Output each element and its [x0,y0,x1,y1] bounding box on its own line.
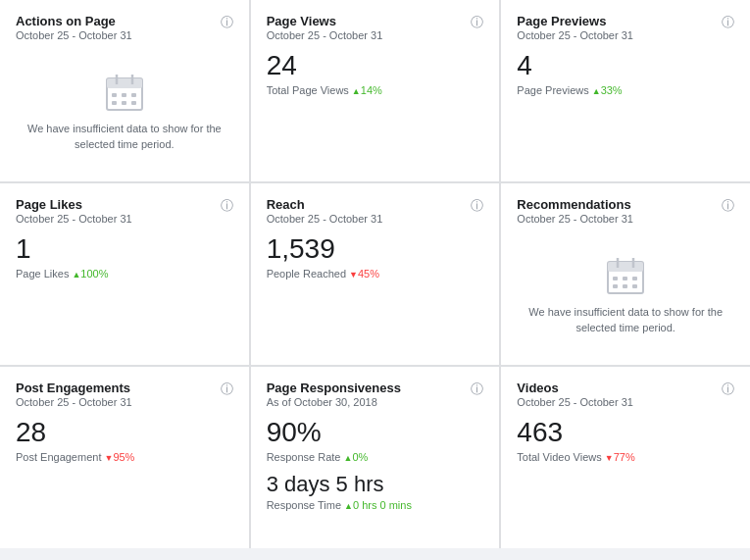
metrics-grid: Actions on Page October 25 - October 31 … [0,0,750,548]
calendar-icon [103,71,146,114]
svg-rect-22 [623,284,627,288]
card-page-previews: Page Previews October 25 - October 31 ⓘ … [501,0,750,181]
chart-area [267,301,484,355]
sub-label: Total Page Views [267,84,349,96]
card-title-group: Page Likes October 25 - October 31 [16,197,132,225]
trend-arrow [592,84,601,96]
svg-rect-4 [112,93,117,97]
card-value: 1 [16,234,233,265]
card-sub: Total Video Views 77% [517,451,734,463]
info-icon[interactable]: ⓘ [471,14,483,31]
card-date: October 25 - October 31 [16,396,132,408]
svg-rect-1 [107,78,142,88]
trend-indicator: 0% [343,451,368,463]
card-title: Page Likes [16,197,132,212]
trend-indicator: 14% [352,84,382,96]
card-title-group: Videos October 25 - October 31 [517,381,633,408]
trend-arrow [104,451,113,463]
chart-area [517,484,734,538]
svg-rect-19 [623,277,627,280]
card-title: Page Previews [517,14,633,28]
info-icon[interactable]: ⓘ [471,197,483,215]
trend-arrow2 [344,499,353,511]
card-date: October 25 - October 31 [16,29,132,41]
card-header: Videos October 25 - October 31 ⓘ [517,381,734,408]
chart-area [16,301,233,355]
svg-rect-15 [608,262,643,272]
calendar-icon [604,254,647,297]
sub-label: People Reached [267,268,346,280]
sparkline-chart [16,494,233,548]
card-reach: Reach October 25 - October 31 ⓘ 1,539 Pe… [251,183,500,365]
card-header: Reach October 25 - October 31 ⓘ [267,197,484,225]
chart-area [267,118,484,172]
trend-indicator: 100% [72,268,108,280]
trend-arrow [72,268,80,280]
card-sub: Post Engagement 95% [16,451,233,463]
card-sub: Total Page Views 14% [267,84,484,96]
trend-indicator: 95% [104,451,134,463]
card-title-group: Page Responsiveness As of October 30, 20… [267,381,401,408]
card-value: 1,539 [267,234,484,265]
trend-arrow [605,451,614,463]
card-date: October 25 - October 31 [267,29,383,41]
sub-label: Response Rate [267,451,341,463]
no-data-area: We have insufficient data to show for th… [517,234,734,355]
card-title: Recommendations [517,197,633,212]
card-recommendations: Recommendations October 25 - October 31 … [501,183,750,365]
card-header: Recommendations October 25 - October 31 … [517,197,734,225]
sparkline-chart [267,127,484,181]
card-header: Post Engagements October 25 - October 31… [16,381,233,408]
trend-arrow [352,84,361,96]
svg-rect-23 [632,284,637,288]
card-videos: Videos October 25 - October 31 ⓘ 463 Tot… [501,367,750,548]
card-date: October 25 - October 31 [16,213,132,225]
card-title-group: Page Previews October 25 - October 31 [517,14,633,41]
card-header: Page Views October 25 - October 31 ⓘ [267,14,484,41]
sub-label: Post Engagement [16,451,101,463]
svg-rect-21 [613,284,618,288]
info-icon[interactable]: ⓘ [221,14,233,31]
no-data-text: We have insufficient data to show for th… [16,122,233,152]
info-icon[interactable]: ⓘ [722,14,734,31]
svg-rect-18 [613,277,618,280]
trend-arrow [343,451,352,463]
info-icon[interactable]: ⓘ [722,381,734,398]
info-icon[interactable]: ⓘ [722,197,734,215]
card-value2: 3 days 5 hrs [267,473,484,496]
sparkline-chart [517,494,734,548]
svg-rect-20 [632,277,637,280]
card-date: As of October 30, 2018 [267,396,401,408]
card-title: Actions on Page [16,14,132,28]
info-icon[interactable]: ⓘ [471,381,483,398]
svg-rect-9 [131,101,136,105]
trend-arrow [349,268,358,280]
card-title: Page Responsiveness [267,381,401,395]
info-icon[interactable]: ⓘ [221,381,233,398]
card-value: 28 [16,418,233,448]
card-page-likes: Page Likes October 25 - October 31 ⓘ 1 P… [0,183,249,365]
sub-label2: Response Time [267,499,341,511]
card-sub: Page Likes 100% [16,268,233,280]
card-actions-on-page: Actions on Page October 25 - October 31 … [0,0,249,181]
card-header: Page Previews October 25 - October 31 ⓘ [517,14,734,41]
card-date: October 25 - October 31 [517,29,633,41]
svg-rect-8 [122,101,126,105]
card-title-group: Recommendations October 25 - October 31 [517,197,633,225]
no-data-area: We have insufficient data to show for th… [16,51,233,172]
card-title: Videos [517,381,633,395]
card-post-engagements: Post Engagements October 25 - October 31… [0,367,249,548]
sub-label: Page Previews [517,84,588,96]
svg-rect-7 [112,101,117,105]
card-value: 463 [517,418,734,448]
card-value: 90% [267,418,484,448]
info-icon[interactable]: ⓘ [221,197,233,215]
card-page-responsiveness: Page Responsiveness As of October 30, 20… [251,367,500,548]
card-date: October 25 - October 31 [517,396,633,408]
card-value: 4 [517,51,734,81]
svg-rect-5 [122,93,126,97]
chart-area [517,118,734,172]
card-value: 24 [267,51,484,81]
sparkline-chart [517,127,734,181]
card-title-group: Page Views October 25 - October 31 [267,14,383,41]
